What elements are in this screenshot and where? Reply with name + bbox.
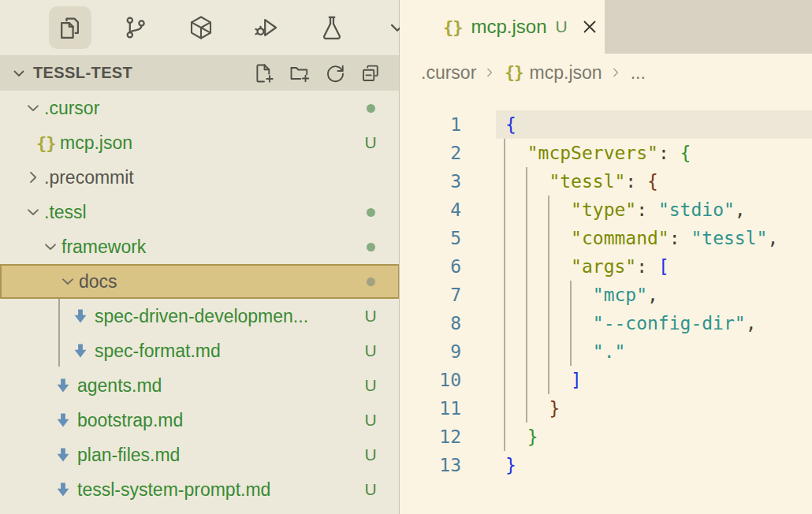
markdown-file-icon — [71, 307, 95, 326]
tree-item-label: mcp.json — [60, 132, 132, 154]
explorer-sidebar: TESSL-TEST .cursor{}mcp.jsonU.precommit.… — [0, 0, 400, 514]
tree-item-bootstrap-md[interactable]: bootstrap.mdU — [0, 403, 399, 438]
line-number: 1 — [400, 110, 461, 139]
tree-item-label: bootstrap.md — [77, 410, 183, 431]
tree-item-label: plan-files.md — [77, 445, 180, 466]
code-text: } — [505, 394, 560, 423]
tree-item-mcp-json[interactable]: {}mcp.jsonU — [0, 125, 399, 160]
git-modified-dot-badge — [362, 104, 379, 113]
tree-item-label: tessl-system-prompt.md — [77, 479, 270, 501]
activity-bar — [0, 0, 399, 55]
code-text: } — [505, 423, 538, 451]
breadcrumb-item[interactable]: {}mcp.json — [505, 62, 602, 84]
tree-item-label: agents.md — [77, 375, 162, 397]
testing-icon[interactable] — [311, 6, 353, 49]
code-text: "type": "stdio", — [505, 196, 746, 224]
code-line-7: 7 "mcp", — [400, 281, 812, 309]
chevron-right-icon — [609, 65, 624, 80]
breadcrumb-label: .cursor — [421, 62, 476, 84]
chevron-down-icon — [58, 271, 79, 292]
tab-label: mcp.json — [471, 16, 547, 38]
tab-bar-empty-space — [605, 0, 812, 54]
line-number: 3 — [400, 167, 461, 196]
git-modified-dot-badge — [362, 243, 379, 251]
tree-item-precommit[interactable]: .precommit — [0, 160, 399, 195]
line-number: 2 — [400, 139, 461, 167]
git-untracked-badge: U — [362, 480, 379, 499]
editor-panel: {} mcp.json U .cursor{}mcp.json... 1{2 "… — [400, 0, 812, 514]
explorer-section-header[interactable]: TESSL-TEST — [0, 55, 399, 91]
line-number: 9 — [400, 337, 461, 366]
tree-item-framework[interactable]: framework — [0, 229, 399, 264]
tab-modified-badge: U — [556, 17, 568, 36]
collapse-all-icon[interactable] — [358, 61, 383, 86]
tree-item-label: .cursor — [44, 98, 99, 119]
close-icon[interactable] — [580, 17, 601, 37]
code-text: "mcpServers": { — [505, 139, 691, 167]
run-debug-icon[interactable] — [245, 6, 288, 49]
markdown-file-icon — [71, 341, 95, 360]
code-text: "." — [505, 337, 625, 366]
tree-item-label: spec-driven-developmen... — [95, 306, 308, 327]
code-text: "mcp", — [505, 281, 658, 309]
markdown-file-icon — [54, 376, 77, 395]
git-untracked-badge: U — [362, 307, 379, 326]
code-line-6: 6 "args": [ — [400, 252, 812, 281]
tree-item-label: .precommit — [44, 167, 134, 188]
breadcrumb-label: mcp.json — [530, 62, 602, 84]
json-file-icon: {} — [36, 133, 60, 153]
tree-item-plan-files-md[interactable]: plan-files.mdU — [0, 438, 399, 472]
tree-item-tessl-system-prompt-md[interactable]: tessl-system-prompt.mdU — [0, 472, 399, 507]
tree-item-agents-md[interactable]: agents.mdU — [0, 368, 399, 403]
line-number: 13 — [400, 451, 461, 479]
breadcrumb: .cursor{}mcp.json... — [400, 54, 812, 91]
chevron-down-icon — [24, 98, 44, 118]
chevron-right-icon — [482, 65, 498, 80]
explorer-icon[interactable] — [49, 6, 91, 49]
chevron-down-icon — [9, 64, 28, 83]
chevron-down-icon — [41, 237, 61, 257]
git-untracked-badge: U — [362, 376, 379, 395]
line-number: 11 — [400, 394, 461, 423]
line-number: 6 — [400, 252, 461, 281]
new-folder-icon[interactable] — [287, 61, 312, 86]
json-file-icon: {} — [505, 63, 523, 82]
explorer-actions — [251, 61, 383, 86]
tree-item-docs[interactable]: docs — [0, 264, 399, 299]
git-untracked-badge: U — [362, 411, 379, 430]
code-line-5: 5 "command": "tessl", — [400, 224, 812, 252]
code-text: "tessl": { — [505, 167, 658, 196]
code-line-8: 8 "--config-dir", — [400, 309, 812, 337]
breadcrumb-label: ... — [631, 62, 646, 84]
source-control-icon[interactable] — [114, 6, 157, 49]
refresh-icon[interactable] — [322, 61, 348, 86]
tree-indent-guide — [58, 299, 60, 367]
code-text: "--config-dir", — [505, 309, 757, 337]
breadcrumb-item[interactable]: .cursor — [421, 62, 476, 84]
code-line-12: 12 } — [400, 423, 812, 451]
code-line-2: 2 "mcpServers": { — [400, 139, 812, 167]
tree-item-label: .tessl — [44, 202, 87, 223]
package-icon[interactable] — [180, 6, 222, 49]
line-number: 4 — [400, 196, 461, 224]
chevron-right-icon — [24, 167, 44, 188]
git-untracked-badge: U — [362, 133, 379, 152]
tree-item-cursor[interactable]: .cursor — [0, 91, 399, 125]
code-text: { — [505, 110, 516, 139]
breadcrumb-item[interactable]: ... — [631, 62, 646, 84]
tab-mcp-json[interactable]: {} mcp.json U — [400, 0, 605, 54]
code-line-4: 4 "type": "stdio", — [400, 196, 812, 224]
code-editor[interactable]: 1{2 "mcpServers": {3 "tessl": {4 "type":… — [400, 91, 812, 514]
code-text: ] — [505, 366, 582, 394]
code-line-9: 9 "." — [400, 337, 812, 366]
git-modified-dot-badge — [362, 208, 379, 217]
code-line-13: 13} — [400, 451, 812, 479]
git-modified-dot-badge — [362, 277, 379, 286]
git-untracked-badge: U — [362, 341, 379, 360]
code-line-11: 11 } — [400, 394, 812, 423]
tree-item-tessl[interactable]: .tessl — [0, 195, 399, 229]
new-file-icon[interactable] — [251, 61, 277, 86]
code-text: } — [505, 451, 516, 479]
line-number: 7 — [400, 281, 461, 309]
code-line-3: 3 "tessl": { — [400, 167, 812, 196]
